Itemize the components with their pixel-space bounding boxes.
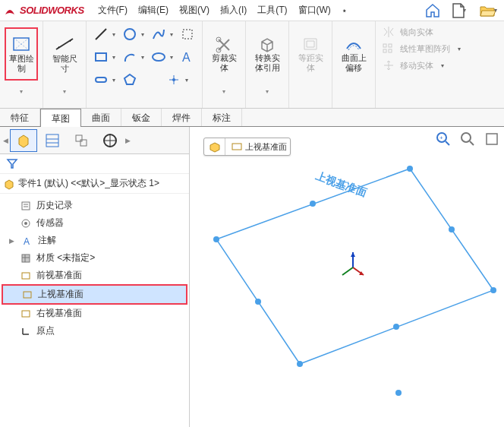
menubar: SOLIDWORKS 文件(F) 编辑(E) 视图(V) 插入(I) 工具(T)… <box>0 0 504 21</box>
sketch-label: 草图绘制 <box>8 54 35 74</box>
pattern-icon <box>382 43 395 55</box>
ellipse-tool[interactable] <box>149 47 169 67</box>
svg-point-53 <box>213 236 219 242</box>
svg-point-35 <box>24 222 27 225</box>
tab-bar: 特征 草图 曲面 钣金 焊件 标注 <box>0 109 504 127</box>
svg-point-54 <box>407 166 413 172</box>
tree-history[interactable]: 历史记录 <box>2 197 187 214</box>
menu-insert[interactable]: 插入(I) <box>216 1 251 20</box>
sidebar-tabs: ◀ ▶ <box>0 127 189 154</box>
svg-rect-21 <box>383 49 386 52</box>
svg-point-61 <box>395 390 402 396</box>
move-icon <box>382 59 395 71</box>
funnel-icon[interactable] <box>6 157 18 169</box>
sketch-tool-grid: ▾ ▾ ▾ ▾ ▾ ▾ A ▾ ▾ <box>87 21 203 108</box>
point-tool[interactable] <box>164 70 184 90</box>
tree-material[interactable]: 材质 <未指定> <box>2 249 187 267</box>
tab-sketch[interactable]: 草图 <box>40 109 81 127</box>
svg-point-57 <box>310 201 316 207</box>
svg-text:A: A <box>24 236 30 246</box>
main-area: ◀ ▶ 零件1 (默认) <<默认>_显示状态 1> 历史记录 传感器 ▶ <box>0 127 504 427</box>
tab-feature[interactable]: 特征 <box>0 109 40 126</box>
spline-tool[interactable] <box>149 24 169 44</box>
dropdown-icon[interactable]: ▾ <box>63 88 66 95</box>
app-name: SOLIDWORKS <box>20 5 84 16</box>
menu-file[interactable]: 文件(F) <box>93 1 132 20</box>
sidebar-tab-tree[interactable] <box>10 129 37 152</box>
svg-line-6 <box>96 29 106 40</box>
tree-origin[interactable]: 原点 <box>2 322 187 340</box>
ribbon: 草图绘制 ▾ 智能尺寸 ▾ ▾ ▾ ▾ ▾ ▾ ▾ A ▾ ▾ <box>0 21 504 109</box>
svg-point-7 <box>124 29 135 40</box>
tab-weldment[interactable]: 焊件 <box>162 109 202 126</box>
svg-rect-27 <box>80 140 87 146</box>
svg-rect-41 <box>24 292 31 298</box>
sidebar-next[interactable]: ▶ <box>125 137 131 144</box>
sidebar-tab-dimxpert[interactable] <box>96 129 124 152</box>
spacer <box>144 70 159 90</box>
menu-edit[interactable]: 编辑(E) <box>134 1 173 20</box>
polygon-tool[interactable] <box>120 70 140 90</box>
sidebar-tab-property[interactable] <box>39 129 66 152</box>
cube-icon <box>257 35 277 53</box>
ribbon-group-offset-entity: 等距实体 <box>289 21 332 108</box>
svg-rect-8 <box>183 30 192 39</box>
viewport[interactable]: + 上视基准面 上视基准面 <box>190 127 504 427</box>
viewport-canvas: 上视基准面 <box>190 127 504 427</box>
mirror-entities-button[interactable]: 镜向实体 <box>382 26 461 38</box>
text-tool[interactable]: A <box>178 47 197 67</box>
line-tool[interactable] <box>91 24 111 44</box>
menu-window[interactable]: 窗口(W) <box>294 1 335 20</box>
offset-entity-button[interactable]: 等距实体 <box>294 27 327 81</box>
svg-point-60 <box>255 299 261 305</box>
ribbon-group-sketch: 草图绘制 ▾ <box>0 21 43 108</box>
svg-point-55 <box>490 287 496 293</box>
scissors-icon <box>214 35 234 53</box>
tree-sensor[interactable]: 传感器 <box>2 214 187 232</box>
move-entities-button[interactable]: 移动实体▾ <box>382 59 461 71</box>
part-root[interactable]: 零件1 (默认) <<默认>_显示状态 1> <box>0 174 189 194</box>
tab-annotate[interactable]: 标注 <box>202 109 242 126</box>
menu-view[interactable]: 视图(V) <box>175 1 214 20</box>
menubar-right: ▾ ▾ <box>424 2 501 20</box>
smart-dimension-button[interactable]: 智能尺寸 <box>48 27 81 81</box>
svg-marker-63 <box>351 252 355 257</box>
svg-rect-26 <box>76 135 82 141</box>
tree-right-plane[interactable]: 右视基准面 <box>2 305 187 322</box>
home-button[interactable] <box>424 2 442 20</box>
tab-sheetmetal[interactable]: 钣金 <box>121 109 162 126</box>
svg-rect-23 <box>46 134 58 147</box>
svg-point-59 <box>393 324 399 330</box>
trim-button[interactable]: 剪裁实体 <box>207 27 241 81</box>
menu-tools[interactable]: 工具(T) <box>253 1 291 20</box>
rect-select-tool[interactable] <box>178 24 197 44</box>
linear-pattern-button[interactable]: 线性草图阵列▾ <box>382 43 461 55</box>
svg-marker-52 <box>216 169 493 364</box>
offset-curve-button[interactable]: 曲面上偏移 <box>337 27 370 81</box>
tree-top-plane[interactable]: 上视基准面 <box>2 284 187 305</box>
svg-rect-20 <box>389 44 392 47</box>
open-button[interactable]: ▾ <box>475 2 501 20</box>
svg-marker-13 <box>124 74 135 84</box>
offset-curve-icon <box>344 35 364 53</box>
tree-annotations[interactable]: ▶ A 注解 <box>2 232 187 249</box>
slot-tool[interactable] <box>91 70 111 90</box>
sidebar-prev[interactable]: ◀ <box>3 137 8 144</box>
sidebar-tab-config[interactable] <box>68 129 95 152</box>
new-doc-button[interactable]: ▾ <box>449 2 468 20</box>
feature-manager: ◀ ▶ 零件1 (默认) <<默认>_显示状态 1> 历史记录 传感器 ▶ <box>0 127 190 427</box>
tab-surface[interactable]: 曲面 <box>81 109 121 126</box>
tree-front-plane[interactable]: 前视基准面 <box>2 267 187 284</box>
offset-icon <box>301 35 320 53</box>
ribbon-group-offset-curve: 曲面上偏移 <box>332 21 376 108</box>
menu-more[interactable]: ⋆ <box>337 2 352 19</box>
sketch-icon <box>10 34 33 54</box>
rect-tool[interactable] <box>91 47 111 67</box>
convert-entities-button[interactable]: 转换实体引用 <box>250 27 284 81</box>
arc-tool[interactable] <box>120 47 140 67</box>
ribbon-group-convert: 转换实体引用 ▾ <box>246 21 289 108</box>
circle-tool[interactable] <box>120 24 140 44</box>
svg-text:A: A <box>182 51 191 64</box>
dropdown-icon[interactable]: ▾ <box>20 88 23 95</box>
sketch-button[interactable]: 草图绘制 <box>5 27 38 81</box>
